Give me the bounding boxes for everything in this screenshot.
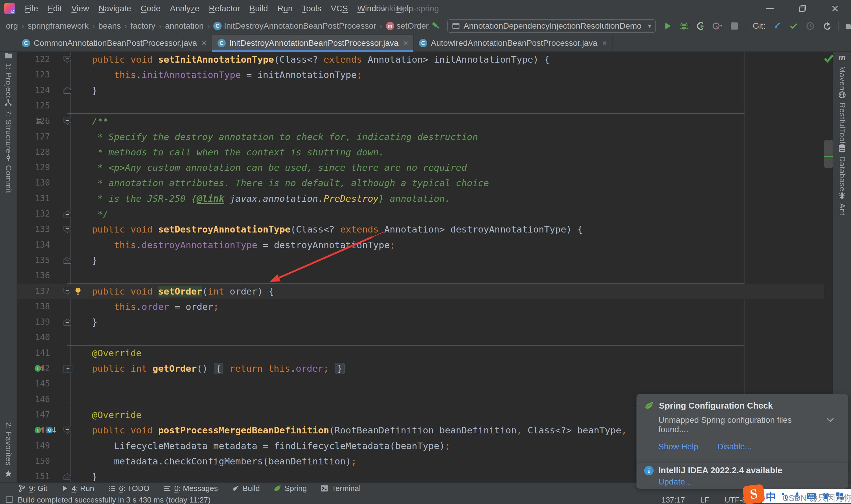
code-line[interactable]: 136 bbox=[17, 268, 824, 283]
line-number[interactable]: 127 bbox=[17, 129, 50, 144]
tool-window-button-ant[interactable]: Ant bbox=[838, 192, 847, 216]
line-number[interactable]: 123 bbox=[17, 67, 50, 83]
code-text[interactable]: */ bbox=[92, 206, 108, 221]
code-line[interactable]: 129 * <p>Any custom annotation can be us… bbox=[17, 160, 824, 175]
breadcrumb-item-setorder[interactable]: msetOrder bbox=[385, 21, 430, 31]
close-tab-icon[interactable]: × bbox=[602, 39, 607, 47]
code-line[interactable]: 126/** bbox=[17, 113, 824, 129]
tool-window-button-database[interactable]: Database bbox=[838, 144, 847, 192]
tab-InitDestroyAnnotationBeanPostProcessor.java[interactable]: CInitDestroyAnnotationBeanPostProcessor.… bbox=[212, 35, 414, 51]
code-line[interactable]: 133public void setDestroyAnnotationType(… bbox=[17, 221, 824, 237]
overriding-method-icon[interactable]: I↑ bbox=[35, 427, 46, 433]
line-number[interactable]: 137 bbox=[17, 284, 50, 299]
fold-marker-icon[interactable] bbox=[64, 319, 71, 326]
tool-window-button-1-project[interactable]: 1: Project bbox=[4, 52, 13, 98]
maximize-button[interactable] bbox=[797, 3, 809, 15]
code-text[interactable]: @Override bbox=[92, 345, 142, 361]
code-text[interactable]: metadata.checkConfigMembers(beanDefiniti… bbox=[92, 453, 357, 469]
code-text[interactable]: LifecycleMetadata metadata = findLifecyc… bbox=[92, 438, 450, 453]
line-number[interactable]: 140 bbox=[17, 330, 50, 345]
line-number[interactable]: 130 bbox=[17, 175, 50, 191]
code-text[interactable]: this.order = order; bbox=[92, 299, 219, 314]
tab-CommonAnnotationBeanPostProcessor.java[interactable]: CCommonAnnotationBeanPostProcessor.java× bbox=[17, 35, 212, 51]
tool-window-button-7-structure[interactable]: 7: Structure bbox=[4, 98, 13, 153]
line-number[interactable]: 136 bbox=[17, 268, 50, 283]
breadcrumb-item-factory[interactable]: factory bbox=[129, 21, 157, 31]
code-text[interactable]: this.initAnnotationType = initAnnotation… bbox=[92, 67, 362, 83]
project-structure-button[interactable] bbox=[845, 19, 851, 33]
menu-item-file[interactable]: File bbox=[20, 0, 43, 17]
tool-window-bar-9-git[interactable]: 9: Git bbox=[18, 484, 47, 493]
line-number[interactable]: 138 bbox=[17, 299, 50, 314]
code-line[interactable]: 123 this.initAnnotationType = initAnnota… bbox=[17, 67, 824, 83]
code-line[interactable]: 138 this.order = order; bbox=[17, 299, 824, 314]
background-tasks-icon[interactable] bbox=[5, 496, 14, 504]
code-line[interactable]: 134 this.destroyAnnotationType = destroy… bbox=[17, 237, 824, 253]
file-encoding[interactable]: UTF-8 bbox=[725, 496, 746, 504]
line-number[interactable]: 134 bbox=[17, 237, 50, 253]
tool-window-bar-0-messages[interactable]: 0: Messages bbox=[163, 484, 218, 493]
code-line[interactable]: 137public void setOrder(int order) { bbox=[17, 284, 824, 299]
editor-scrollbar-thumb[interactable] bbox=[824, 140, 833, 168]
code-text[interactable]: this.destroyAnnotationType = destroyAnno… bbox=[92, 237, 395, 253]
menu-item-navigate[interactable]: Navigate bbox=[94, 0, 136, 17]
caret-position[interactable]: 137:17 bbox=[661, 496, 685, 504]
code-line[interactable]: 127 * Specify the destroy annotation to … bbox=[17, 129, 824, 144]
breadcrumb-item-annotation[interactable]: annotation bbox=[164, 21, 205, 31]
overridden-method-icon[interactable]: O↓ bbox=[47, 427, 57, 433]
breadcrumb-item-org[interactable]: org bbox=[5, 21, 19, 31]
line-number[interactable]: 141 bbox=[17, 345, 50, 361]
code-text[interactable]: /** bbox=[92, 113, 108, 129]
run-with-coverage-button[interactable] bbox=[695, 19, 706, 33]
code-text[interactable]: } bbox=[92, 314, 97, 330]
tool-window-button-maven[interactable]: mMaven bbox=[838, 52, 847, 91]
stop-button[interactable] bbox=[729, 19, 739, 33]
line-number[interactable]: 129 bbox=[17, 160, 50, 175]
code-line[interactable]: 130 * annotation attributes. There is no… bbox=[17, 175, 824, 191]
line-number[interactable]: 139 bbox=[17, 314, 50, 330]
fold-marker-icon[interactable] bbox=[64, 210, 71, 217]
update-link[interactable]: Update... bbox=[658, 477, 692, 487]
tool-window-button-restfultool[interactable]: RestfulTool bbox=[838, 91, 847, 144]
run-configuration-select[interactable]: AnnotationDependencyInjectionResolutionD… bbox=[447, 19, 656, 33]
line-number[interactable]: 151 bbox=[17, 469, 50, 482]
code-text[interactable]: public void setInitAnnotationType(Class<… bbox=[92, 52, 549, 67]
tool-window-bar-spring[interactable]: Spring bbox=[273, 484, 307, 493]
close-tab-icon[interactable]: × bbox=[403, 39, 408, 47]
fold-marker-icon[interactable] bbox=[64, 56, 71, 63]
line-number[interactable]: 133 bbox=[17, 221, 50, 237]
fold-marker-icon[interactable] bbox=[64, 118, 71, 125]
code-line[interactable]: 135} bbox=[17, 253, 824, 268]
fold-marker-icon[interactable] bbox=[64, 427, 71, 434]
code-text[interactable]: public void postProcessMergedBeanDefinit… bbox=[92, 422, 627, 438]
git-history-button[interactable] bbox=[805, 19, 815, 33]
tool-window-bar-build[interactable]: Build bbox=[231, 484, 260, 493]
code-text[interactable]: * annotation attributes. There is no def… bbox=[92, 175, 489, 191]
menu-item-vcs[interactable]: VCS bbox=[326, 0, 353, 17]
breadcrumb-item-springframework[interactable]: springframework bbox=[26, 21, 90, 31]
fold-marker-icon[interactable] bbox=[64, 226, 71, 233]
menu-item-edit[interactable]: Edit bbox=[43, 0, 67, 17]
tab-AutowiredAnnotationBeanPostProcessor.java[interactable]: CAutowiredAnnotationBeanPostProcessor.ja… bbox=[414, 35, 613, 51]
code-line[interactable]: 122public void setInitAnnotationType(Cla… bbox=[17, 52, 824, 67]
line-number[interactable]: 135 bbox=[17, 253, 50, 268]
code-line[interactable]: 140 bbox=[17, 330, 824, 345]
intention-bulb-icon[interactable] bbox=[74, 287, 83, 296]
ime-language-toggle[interactable]: 中 bbox=[766, 489, 776, 503]
tool-window-bar-6-todo[interactable]: 6: TODO bbox=[108, 484, 149, 493]
git-rollback-button[interactable] bbox=[822, 19, 832, 33]
overriding-method-icon[interactable]: I↑ bbox=[35, 365, 46, 372]
line-number[interactable]: 131 bbox=[17, 191, 50, 206]
menu-item-run[interactable]: Run bbox=[273, 0, 297, 17]
menu-item-view[interactable]: View bbox=[67, 0, 94, 17]
code-line[interactable]: 124} bbox=[17, 83, 824, 98]
tool-window-bar-terminal[interactable]: Terminal bbox=[320, 484, 361, 493]
code-line[interactable]: 139} bbox=[17, 314, 824, 330]
disable-link[interactable]: Disable... bbox=[717, 442, 752, 451]
code-text[interactable]: @Override bbox=[92, 407, 142, 422]
tool-window-bar-4-run[interactable]: 4: Run bbox=[61, 484, 94, 493]
code-text[interactable]: * <p>Any custom annotation can be used, … bbox=[92, 160, 467, 175]
code-text[interactable]: } bbox=[92, 83, 97, 98]
line-number[interactable]: 122 bbox=[17, 52, 50, 67]
fold-marker-icon[interactable] bbox=[64, 87, 71, 94]
